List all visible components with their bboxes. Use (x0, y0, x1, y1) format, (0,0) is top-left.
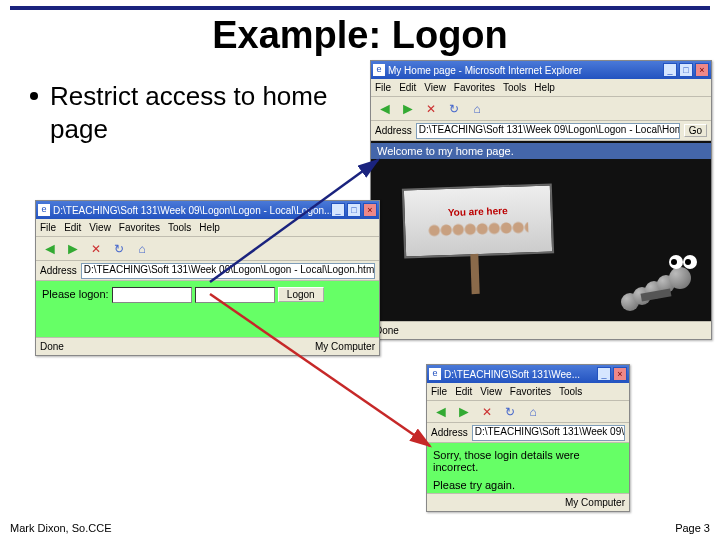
error-line1: Sorry, those login details were incorrec… (433, 449, 623, 473)
menu-edit[interactable]: Edit (455, 386, 472, 397)
slide-top-rule (10, 6, 710, 10)
error-line2: Please try again. (433, 479, 623, 491)
footer-page: Page 3 (675, 522, 710, 534)
error-title-bar: e D:\TEACHING\Soft 131\Wee... _ × (427, 365, 629, 383)
home-browser-window: e My Home page - Microsoft Internet Expl… (370, 60, 712, 340)
maximize-button[interactable]: □ (347, 203, 361, 217)
logon-address-row: Address D:\TEACHING\Soft 131\Week 09\Log… (36, 261, 379, 281)
logon-title-bar: e D:\TEACHING\Soft 131\Week 09\Logon\Log… (36, 201, 379, 219)
forward-button[interactable]: ► (398, 99, 418, 119)
close-button[interactable]: × (363, 203, 377, 217)
menu-edit[interactable]: Edit (64, 222, 81, 233)
status-left: Done (40, 341, 64, 352)
home-title-bar: e My Home page - Microsoft Internet Expl… (371, 61, 711, 79)
bullet-dot-icon (30, 92, 38, 100)
refresh-button[interactable]: ↻ (500, 402, 520, 422)
forward-button[interactable]: ► (63, 239, 83, 259)
address-label: Address (431, 427, 468, 438)
bullet-text: Restrict access to home page (50, 80, 350, 145)
ie-icon: e (38, 204, 50, 216)
logon-title-text: D:\TEACHING\Soft 131\Week 09\Logon\Logon… (53, 205, 331, 216)
menu-favorites[interactable]: Favorites (119, 222, 160, 233)
stop-button[interactable]: ✕ (86, 239, 106, 259)
stop-button[interactable]: ✕ (477, 402, 497, 422)
logon-toolbar: ◄ ► ✕ ↻ ⌂ (36, 237, 379, 261)
worm-illustration-small-icon (428, 220, 528, 237)
forward-button[interactable]: ► (454, 402, 474, 422)
back-button[interactable]: ◄ (375, 99, 395, 119)
logon-prompt: Please logon: (42, 288, 109, 300)
maximize-button[interactable]: □ (679, 63, 693, 77)
go-button[interactable]: Go (684, 124, 707, 137)
home-button[interactable]: ⌂ (467, 99, 487, 119)
welcome-text: Welcome to my home page. (371, 143, 711, 159)
menu-edit[interactable]: Edit (399, 82, 416, 93)
password-input[interactable] (195, 287, 275, 303)
menu-help[interactable]: Help (199, 222, 220, 233)
home-menu-bar: File Edit View Favorites Tools Help (371, 79, 711, 97)
slide-bullet: Restrict access to home page (30, 80, 350, 145)
refresh-button[interactable]: ↻ (109, 239, 129, 259)
home-page-content: Welcome to my home page. You are here (371, 141, 711, 321)
menu-tools[interactable]: Tools (559, 386, 582, 397)
error-status-bar: My Computer (427, 493, 629, 511)
ie-icon: e (429, 368, 441, 380)
logon-menu-bar: File Edit View Favorites Tools Help (36, 219, 379, 237)
home-toolbar: ◄ ► ✕ ↻ ⌂ (371, 97, 711, 121)
logon-browser-window: e D:\TEACHING\Soft 131\Week 09\Logon\Log… (35, 200, 380, 356)
back-button[interactable]: ◄ (40, 239, 60, 259)
menu-view[interactable]: View (89, 222, 111, 233)
close-button[interactable]: × (695, 63, 709, 77)
minimize-button[interactable]: _ (331, 203, 345, 217)
address-input[interactable]: D:\TEACHING\Soft 131\Week 09\Logon\Logon… (81, 263, 375, 279)
address-input[interactable]: D:\TEACHING\Soft 131\Week 09\Logon (472, 425, 625, 441)
address-label: Address (40, 265, 77, 276)
sign-post-icon (470, 254, 479, 294)
error-address-row: Address D:\TEACHING\Soft 131\Week 09\Log… (427, 423, 629, 443)
home-status-bar: Done (371, 321, 711, 339)
error-menu-bar: File Edit View Favorites Tools (427, 383, 629, 401)
home-title-text: My Home page - Microsoft Internet Explor… (388, 65, 663, 76)
worm-illustration-large-icon (621, 251, 701, 311)
sign-text: You are here (448, 205, 508, 218)
refresh-button[interactable]: ↻ (444, 99, 464, 119)
status-right: My Computer (315, 341, 375, 352)
menu-file[interactable]: File (431, 386, 447, 397)
minimize-button[interactable]: _ (597, 367, 611, 381)
logon-status-bar: Done My Computer (36, 337, 379, 355)
back-button[interactable]: ◄ (431, 402, 451, 422)
logon-button[interactable]: Logon (278, 287, 324, 302)
menu-file[interactable]: File (40, 222, 56, 233)
menu-favorites[interactable]: Favorites (510, 386, 551, 397)
home-button[interactable]: ⌂ (523, 402, 543, 422)
menu-file[interactable]: File (375, 82, 391, 93)
menu-favorites[interactable]: Favorites (454, 82, 495, 93)
menu-tools[interactable]: Tools (168, 222, 191, 233)
error-browser-window: e D:\TEACHING\Soft 131\Wee... _ × File E… (426, 364, 630, 512)
slide-title: Example: Logon (0, 14, 720, 57)
stop-button[interactable]: ✕ (421, 99, 441, 119)
you-are-here-sign: You are here (402, 183, 554, 258)
error-title-text: D:\TEACHING\Soft 131\Wee... (444, 369, 597, 380)
address-input[interactable]: D:\TEACHING\Soft 131\Week 09\Logon\Logon… (416, 123, 680, 139)
status-right: My Computer (565, 497, 625, 508)
ie-icon: e (373, 64, 385, 76)
home-button[interactable]: ⌂ (132, 239, 152, 259)
username-input[interactable] (112, 287, 192, 303)
menu-view[interactable]: View (424, 82, 446, 93)
close-button[interactable]: × (613, 367, 627, 381)
error-page-content: Sorry, those login details were incorrec… (427, 443, 629, 493)
error-toolbar: ◄ ► ✕ ↻ ⌂ (427, 401, 629, 423)
address-label: Address (375, 125, 412, 136)
menu-view[interactable]: View (480, 386, 502, 397)
menu-tools[interactable]: Tools (503, 82, 526, 93)
home-address-row: Address D:\TEACHING\Soft 131\Week 09\Log… (371, 121, 711, 141)
minimize-button[interactable]: _ (663, 63, 677, 77)
footer-author: Mark Dixon, So.CCE (10, 522, 111, 534)
logon-page-content: Please logon: Logon (36, 281, 379, 337)
menu-help[interactable]: Help (534, 82, 555, 93)
